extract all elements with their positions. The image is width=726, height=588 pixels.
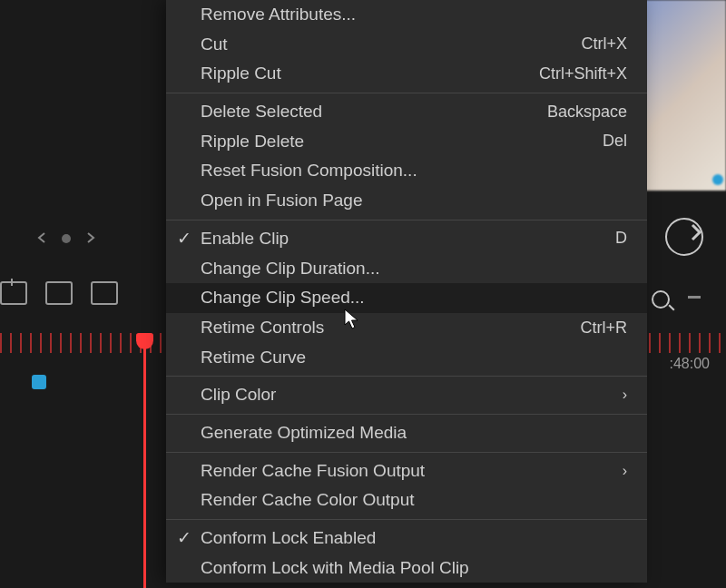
clip-context-menu: Remove Attributes...CutCtrl+XRipple CutC…: [166, 0, 647, 583]
menu-item-generate-optimized-media[interactable]: Generate Optimized Media: [166, 418, 647, 448]
menu-item-label: Retime Curve: [201, 347, 627, 369]
menu-item-label: Ripple Cut: [201, 63, 539, 85]
page-dot-icon: [62, 234, 71, 243]
menu-item-label: Render Cache Fusion Output: [201, 460, 623, 483]
overwrite-tool-icon[interactable]: [45, 281, 73, 305]
preview-thumbnail: [644, 0, 726, 191]
menu-item-label: Remove Attributes...: [201, 4, 627, 26]
menu-item-conform-lock-enabled[interactable]: ✓Conform Lock Enabled: [166, 524, 647, 554]
menu-item-shortcut: Del: [603, 131, 627, 152]
check-icon: ✓: [177, 527, 191, 550]
menu-item-label: Conform Lock with Media Pool Clip: [201, 557, 627, 580]
menu-item-change-clip-speed[interactable]: Change Clip Speed...: [166, 283, 647, 313]
menu-item-ripple-cut[interactable]: Ripple CutCtrl+Shift+X: [166, 59, 647, 89]
loop-icon[interactable]: [665, 218, 703, 256]
playhead[interactable]: [143, 333, 146, 588]
timeline-marker[interactable]: [32, 375, 46, 389]
menu-item-label: Change Clip Speed...: [201, 287, 627, 309]
swap-tool-icon[interactable]: [91, 281, 118, 305]
menu-item-label: Change Clip Duration...: [201, 258, 627, 280]
menu-item-label: Ripple Delete: [201, 131, 603, 153]
menu-item-clip-color[interactable]: Clip Color›: [166, 380, 647, 410]
menu-separator: [166, 414, 647, 415]
menu-item-shortcut: Ctrl+R: [580, 318, 627, 338]
menu-separator: [166, 519, 647, 520]
menu-item-open-in-fusion-page[interactable]: Open in Fusion Page: [166, 186, 647, 216]
timecode-label: :48:00: [670, 356, 710, 372]
menu-item-conform-lock-with-media-pool-clip[interactable]: Conform Lock with Media Pool Clip: [166, 554, 647, 583]
menu-item-remove-attributes[interactable]: Remove Attributes...: [166, 0, 647, 30]
menu-item-delete-selected[interactable]: Delete SelectedBackspace: [166, 97, 647, 127]
check-icon: ✓: [177, 228, 191, 250]
menu-item-label: Open in Fusion Page: [201, 190, 627, 212]
menu-item-shortcut: D: [615, 228, 627, 249]
menu-item-label: Reset Fusion Composition...: [201, 160, 627, 182]
chevron-right-icon: ›: [623, 462, 627, 481]
menu-item-label: Clip Color: [201, 384, 623, 407]
insert-tool-icon[interactable]: [0, 281, 27, 305]
menu-separator: [166, 220, 647, 220]
next-arrow-icon[interactable]: [85, 229, 96, 249]
menu-item-label: Render Cache Color Output: [201, 489, 627, 512]
prev-arrow-icon[interactable]: [36, 229, 47, 249]
menu-item-retime-curve[interactable]: Retime Curve: [166, 343, 647, 373]
menu-item-shortcut: Ctrl+X: [581, 34, 627, 54]
menu-item-label: Delete Selected: [201, 101, 547, 123]
menu-item-label: Enable Clip: [201, 228, 615, 250]
menu-item-render-cache-color-output[interactable]: Render Cache Color Output: [166, 485, 647, 515]
menu-separator: [166, 376, 647, 377]
menu-item-label: Retime Controls: [201, 317, 580, 339]
menu-item-cut[interactable]: CutCtrl+X: [166, 30, 647, 60]
menu-item-reset-fusion-composition[interactable]: Reset Fusion Composition...: [166, 156, 647, 186]
menu-item-label: Cut: [201, 34, 581, 56]
menu-item-label: Conform Lock Enabled: [201, 527, 627, 550]
menu-separator: [166, 93, 647, 93]
chevron-right-icon: ›: [623, 386, 627, 405]
menu-item-enable-clip[interactable]: ✓Enable ClipD: [166, 224, 647, 254]
menu-item-shortcut: Ctrl+Shift+X: [539, 64, 627, 84]
menu-item-shortcut: Backspace: [547, 102, 627, 122]
search-icon[interactable]: [652, 290, 670, 309]
menu-item-render-cache-fusion-output[interactable]: Render Cache Fusion Output›: [166, 456, 647, 486]
menu-separator: [166, 452, 647, 453]
menu-item-change-clip-duration[interactable]: Change Clip Duration...: [166, 254, 647, 284]
menu-item-retime-controls[interactable]: Retime ControlsCtrl+R: [166, 313, 647, 343]
menu-item-ripple-delete[interactable]: Ripple DeleteDel: [166, 127, 647, 157]
zoom-out-icon[interactable]: [688, 296, 701, 299]
menu-item-label: Generate Optimized Media: [201, 422, 627, 445]
